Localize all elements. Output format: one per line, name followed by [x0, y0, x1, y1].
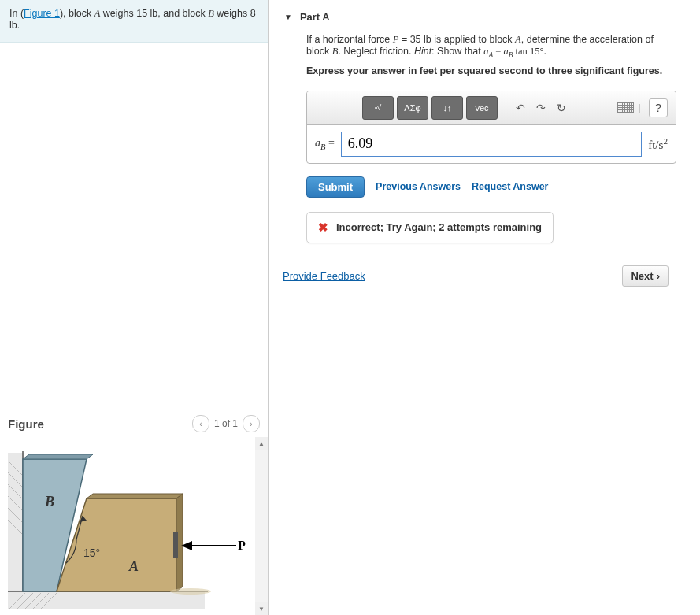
undo-button[interactable]: ↶: [512, 99, 529, 117]
equation-toolbar: ▪√ ΑΣφ ↓↑ vec ↶ ↷ ↻ | ?: [307, 91, 676, 125]
figure-link[interactable]: Figure 1: [24, 8, 60, 19]
answer-units: ft/s2: [648, 136, 668, 152]
figure-next-button[interactable]: ›: [243, 415, 260, 432]
scroll-down-icon[interactable]: ▼: [255, 602, 268, 615]
request-answer-link[interactable]: Request Answer: [472, 181, 548, 192]
figure-page-label: 1 of 1: [214, 418, 238, 429]
answer-label: aB =: [315, 137, 335, 151]
answer-input[interactable]: [341, 132, 642, 157]
feedback-text: Incorrect; Try Again; 2 attempts remaini…: [336, 221, 542, 233]
answer-widget: ▪√ ΑΣφ ↓↑ vec ↶ ↷ ↻ | ? aB = ft/s2: [306, 91, 676, 164]
problem-prefix: In (: [9, 8, 24, 19]
incorrect-icon: ✖: [318, 220, 328, 235]
templates-button[interactable]: ▪√: [362, 96, 394, 120]
svg-rect-19: [173, 532, 178, 558]
vector-button[interactable]: vec: [466, 96, 498, 120]
figure-heading: Figure: [8, 417, 44, 431]
label-A: A: [128, 558, 139, 574]
subscript-button[interactable]: ↓↑: [431, 96, 463, 120]
scroll-up-icon[interactable]: ▲: [255, 437, 268, 450]
svg-point-22: [170, 588, 211, 595]
feedback-box: ✖ Incorrect; Try Again; 2 attempts remai…: [306, 212, 554, 243]
figure-canvas: B A 15° P: [0, 437, 255, 615]
chevron-right-icon: ›: [657, 270, 660, 282]
keyboard-icon[interactable]: [617, 102, 634, 113]
previous-answers-link[interactable]: Previous Answers: [376, 181, 461, 192]
answer-instruction: Express your answer in feet per squared …: [306, 65, 676, 76]
label-B: B: [44, 494, 54, 509]
question-text: If a horizontal force P = 35 lb is appli…: [306, 34, 676, 59]
problem-statement: In (Figure 1), block A weighs 15 lb, and…: [0, 0, 268, 43]
figure-prev-button[interactable]: ‹: [192, 415, 209, 432]
collapse-icon: ▼: [284, 13, 292, 21]
reset-button[interactable]: ↻: [553, 99, 570, 117]
provide-feedback-link[interactable]: Provide Feedback: [283, 270, 365, 282]
figure-scrollbar[interactable]: ▲ ▼: [255, 437, 268, 615]
greek-button[interactable]: ΑΣφ: [397, 96, 428, 120]
help-button[interactable]: ?: [649, 98, 668, 117]
label-angle: 15°: [83, 546, 100, 559]
submit-button[interactable]: Submit: [306, 176, 365, 198]
label-P: P: [238, 539, 246, 552]
redo-button[interactable]: ↷: [532, 99, 550, 117]
part-header[interactable]: ▼ Part A: [269, 0, 700, 34]
part-title: Part A: [300, 11, 330, 23]
next-button[interactable]: Next›: [622, 265, 669, 287]
